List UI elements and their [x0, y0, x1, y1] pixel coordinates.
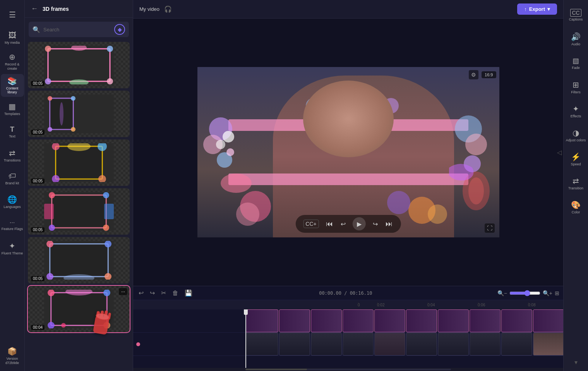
time-display: 00:00.00 / 00:16.10	[197, 290, 494, 296]
track-content-1	[245, 309, 563, 332]
playback-controls: CC+ ⏮ ↩ ▶ ↪ ⏭	[295, 215, 401, 233]
frame-card-4[interactable]: 00:05	[28, 188, 130, 235]
version-icon: 📦	[7, 347, 17, 356]
ruler-mark-08: 0:08	[528, 303, 563, 307]
nav-content-library[interactable]: 📚 Content library	[1, 74, 24, 97]
video-frame-8[interactable]	[470, 333, 501, 356]
right-fade[interactable]: ▧ Fade	[565, 52, 587, 75]
track-frame-10[interactable]	[533, 309, 563, 332]
frame-preview-3	[44, 143, 114, 182]
nav-brand-kit-label: Brand kit	[5, 181, 19, 186]
playhead	[245, 309, 246, 368]
svg-point-51	[61, 323, 66, 328]
redo-button[interactable]: ↪	[148, 289, 156, 297]
nav-brand-kit[interactable]: 🏷 Brand kit	[1, 167, 24, 190]
video-frame-10[interactable]	[533, 333, 563, 356]
nav-version[interactable]: 📦 Versiond72b9de	[1, 344, 24, 368]
skip-forward-button[interactable]: ⏭	[385, 219, 393, 229]
frame-card-1[interactable]: 00:05	[28, 42, 130, 88]
preview-video: ⚙ 16:9 CC+ ⏮ ↩ ▶ ↪ ⏭ ⛶	[197, 67, 499, 237]
track-frame-9[interactable]	[501, 309, 532, 332]
right-audio[interactable]: 🔊 Audio	[565, 27, 587, 51]
main-content: My video 🎧 ↑ Export ▾	[133, 0, 563, 371]
svg-rect-45	[51, 293, 107, 325]
content-library-icon: 📚	[7, 76, 17, 86]
track-frame-6[interactable]	[406, 309, 437, 332]
right-color[interactable]: 🎨 Color	[565, 196, 587, 219]
skip-back-button[interactable]: ⏮	[325, 219, 334, 229]
frame-card-5[interactable]: 00:05	[28, 237, 130, 283]
track-frame-1[interactable]	[245, 309, 278, 332]
timeline-tracks	[133, 309, 563, 368]
video-frame-3[interactable]	[311, 333, 342, 356]
nav-templates[interactable]: ▦ Templates	[1, 98, 24, 120]
premium-button[interactable]: ◆	[114, 24, 125, 35]
track-frame-3[interactable]	[311, 309, 342, 332]
right-filters[interactable]: ⊞ Filters	[565, 76, 587, 99]
delete-button[interactable]: 🗑	[171, 289, 180, 297]
track-label-2	[133, 333, 245, 356]
ratio-badge: 16:9	[482, 71, 496, 78]
frame-duration-4: 00:05	[31, 227, 45, 232]
right-transition[interactable]: ⇄ Transition	[565, 172, 587, 195]
nav-feature-flags-label: Feature Flags	[2, 227, 23, 231]
scroll-thumb[interactable]	[245, 369, 307, 370]
video-frame-5[interactable]	[374, 333, 405, 356]
video-frame-9[interactable]	[501, 333, 532, 356]
nav-fluent-theme[interactable]: ✦ Fluent Theme	[1, 237, 24, 259]
nav-feature-flags[interactable]: ··· Feature Flags	[1, 214, 24, 236]
video-frame-4[interactable]	[343, 333, 374, 356]
rewind-button[interactable]: ↩	[340, 220, 346, 228]
nav-text[interactable]: T Text	[1, 121, 24, 143]
zoom-in-button[interactable]: 🔍+	[543, 290, 552, 296]
back-button[interactable]: ←	[29, 4, 39, 14]
right-panel-collapse[interactable]: ▾	[574, 356, 578, 368]
nav-my-media[interactable]: 🖼 My media	[1, 27, 24, 49]
track-content-2	[245, 333, 563, 356]
right-adjust-colors[interactable]: ◑ Adjust colors	[565, 124, 587, 147]
right-captions[interactable]: CC Captions	[565, 3, 587, 27]
video-frame-2[interactable]	[279, 333, 310, 356]
export-button[interactable]: ↑ Export ▾	[517, 3, 557, 15]
zoom-controls: 🔍− 🔍+ ⊞	[497, 290, 559, 296]
svg-point-6	[45, 78, 51, 84]
fullscreen-button[interactable]: ⛶	[485, 223, 495, 233]
settings-button[interactable]: ⚙	[469, 70, 478, 79]
nav-record-create[interactable]: ⊕ Record & create	[1, 50, 24, 73]
frame-duration-3: 00:05	[31, 179, 45, 184]
save-timeline-button[interactable]: 💾	[183, 289, 194, 297]
nav-languages[interactable]: 🌐 Languages	[1, 191, 24, 213]
nav-transitions[interactable]: ⇄ Transitions	[1, 144, 24, 167]
track-frame-7[interactable]	[438, 309, 469, 332]
fit-view-button[interactable]: ⊞	[555, 290, 559, 296]
video-frame-6[interactable]	[406, 333, 437, 356]
right-effects[interactable]: ✦ Effects	[565, 100, 587, 123]
video-frame-7[interactable]	[438, 333, 469, 356]
track-frame-8[interactable]	[470, 309, 501, 332]
color-label: Color	[572, 210, 580, 215]
undo-button[interactable]: ↩	[137, 289, 145, 297]
scroll-bar	[245, 369, 451, 370]
fade-label: Fade	[572, 66, 580, 70]
ruler-mark-02: 0:02	[377, 303, 427, 307]
cut-button[interactable]: ✂	[159, 289, 168, 297]
video-frame-1[interactable]	[245, 333, 278, 356]
zoom-out-button[interactable]: 🔍−	[497, 290, 507, 296]
frame-card-3[interactable]: 00:05	[28, 139, 130, 186]
collapse-panel-button[interactable]: ◁	[557, 149, 562, 156]
right-speed[interactable]: ⚡ Speed	[565, 148, 587, 171]
captions-button[interactable]: CC+	[303, 220, 319, 228]
play-button[interactable]: ▶	[353, 217, 366, 230]
nav-hamburger[interactable]: ☰	[1, 3, 24, 26]
track-frame-4[interactable]	[343, 309, 374, 332]
track-frame-5[interactable]	[374, 309, 405, 332]
ruler-marks: 0 0:02 0:04 0:06 0:08 0:10 0:12 0:14	[358, 303, 563, 307]
search-input[interactable]	[43, 27, 111, 33]
frame-card-2[interactable]: 00:05	[28, 91, 130, 137]
track-frame-2[interactable]	[279, 309, 310, 332]
svg-point-13	[48, 96, 52, 101]
forward-button[interactable]: ↪	[372, 220, 379, 228]
zoom-slider[interactable]	[509, 290, 540, 296]
frame-more-button[interactable]: ···	[119, 288, 127, 295]
frame-card-6[interactable]: ··· 00:04 Add to timeline	[28, 286, 130, 332]
